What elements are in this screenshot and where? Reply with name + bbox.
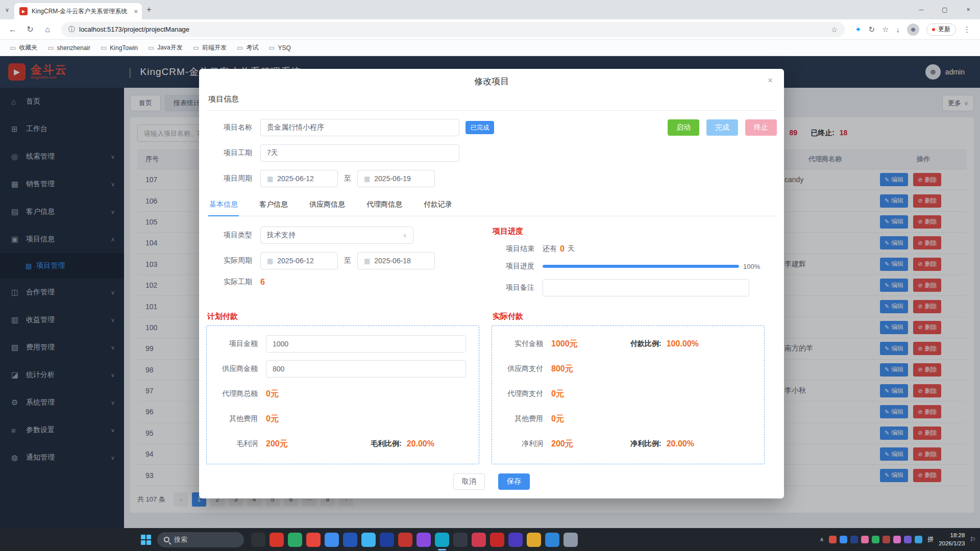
taskbar-app-icon[interactable] xyxy=(508,533,523,547)
tab-list-chevron-icon[interactable]: ∨ xyxy=(0,7,14,13)
terminate-project-button[interactable]: 终止 xyxy=(745,119,777,136)
project-duration-input[interactable] xyxy=(260,144,459,162)
new-tab-button[interactable]: + xyxy=(142,5,156,14)
supplier-amount-input[interactable] xyxy=(266,360,466,378)
taskbar-app-icon[interactable] xyxy=(527,533,541,547)
project-name-input[interactable] xyxy=(260,119,459,136)
modal-tab[interactable]: 代理商信息 xyxy=(365,195,403,216)
planned-payment-title: 计划付款 xyxy=(206,312,479,321)
bookmark-item[interactable]: ▭ 收藏夹 xyxy=(5,41,42,54)
days-prefix: 还有 xyxy=(543,244,557,254)
tray-app-icon[interactable] xyxy=(840,536,847,543)
bookmark-item[interactable]: ▭ YSQ xyxy=(264,42,296,54)
site-info-icon[interactable]: ⓘ xyxy=(68,25,75,34)
taskbar-apps xyxy=(251,533,578,547)
taskbar-app-icon[interactable] xyxy=(435,533,449,547)
taskbar-app-icon[interactable] xyxy=(270,533,284,547)
browser-tab-title: KingCRM-金斗云客户关系管理系统 xyxy=(32,7,130,16)
tray-app-icon[interactable] xyxy=(872,536,879,543)
days-suffix: 天 xyxy=(568,244,575,254)
crm-app: ▶ 金斗云 kingtowin.com ｜ KingCRM-金斗云客户关系管理系… xyxy=(0,56,980,528)
downloads-icon[interactable]: ↓ xyxy=(896,25,900,34)
taskbar-app-icon[interactable] xyxy=(564,533,578,547)
agent-total-value: 0元 xyxy=(266,389,279,399)
notification-icon[interactable]: ⚐ xyxy=(970,536,976,543)
tray-app-icon[interactable] xyxy=(883,536,890,543)
modal-tab[interactable]: 客户信息 xyxy=(258,195,289,216)
agent-paid-value: 0元 xyxy=(551,389,564,399)
remark-input[interactable] xyxy=(543,279,749,296)
project-type-select[interactable]: 技术支持 ∨ xyxy=(260,227,413,244)
actual-start-date-input[interactable]: ▦ 2025-06-12 xyxy=(260,252,338,269)
browser-profile-avatar[interactable]: ☻ xyxy=(907,23,919,36)
taskbar-app-icon[interactable] xyxy=(472,533,486,547)
browser-update-button[interactable]: 更新 xyxy=(926,23,956,36)
net-profit-row: 净利润 200元 净利比例: 20.00% xyxy=(492,435,764,453)
start-project-button[interactable]: 启动 xyxy=(668,119,699,136)
tab-close-icon[interactable]: × xyxy=(134,8,138,15)
period-start-date-input[interactable]: ▦ 2025-06-12 xyxy=(260,170,338,187)
browser-home-icon[interactable]: ⌂ xyxy=(40,25,55,34)
refresh-icon[interactable]: ↻ xyxy=(22,24,38,34)
save-button[interactable]: 保存 xyxy=(498,473,530,490)
taskbar-app-icon[interactable] xyxy=(325,533,339,547)
taskbar-clock[interactable]: 18:28 2026/1/23 xyxy=(939,532,965,547)
browser-toolbar: ← ↻ ⌂ ⓘ localhost:5173/project/projectMa… xyxy=(0,19,980,40)
modal-tab[interactable]: 基本信息 xyxy=(208,195,239,216)
window-close-button[interactable]: × xyxy=(957,0,980,19)
actual-period-row: 实际周期 ▦ 2025-06-12 至 ▦ 2025-06-18 xyxy=(206,252,484,269)
modal-tab[interactable]: 付款记录 xyxy=(423,195,453,216)
chevron-down-icon: ∨ xyxy=(403,232,407,239)
favorites-icon[interactable]: ☆ xyxy=(882,25,889,34)
project-amount-input[interactable] xyxy=(266,335,466,353)
window-minimize-button[interactable]: ─ xyxy=(910,0,933,19)
taskbar-app-icon[interactable] xyxy=(453,533,468,547)
taskbar-app-icon[interactable] xyxy=(490,533,504,547)
tray-chevron-icon[interactable]: ∧ xyxy=(820,536,824,543)
taskbar-app-icon[interactable] xyxy=(545,533,559,547)
supplier-paid-row: 供应商支付 800元 xyxy=(492,360,764,378)
close-icon[interactable]: × xyxy=(768,76,773,86)
start-button[interactable] xyxy=(141,535,151,545)
browser-tab[interactable]: ▶ KingCRM-金斗云客户关系管理系统 × xyxy=(14,3,142,19)
favorite-star-icon[interactable]: ☆ xyxy=(831,26,838,34)
ime-indicator[interactable]: 拼 xyxy=(927,535,934,544)
tray-app-icon[interactable] xyxy=(861,536,869,543)
cancel-button[interactable]: 取消 xyxy=(453,473,485,490)
taskbar-app-icon[interactable] xyxy=(306,533,321,547)
bookmark-item[interactable]: ▭ Java开发 xyxy=(143,41,187,54)
project-progress-row: 项目进度 100% xyxy=(492,262,777,271)
update-dot-icon xyxy=(932,28,935,31)
finish-project-button[interactable]: 完成 xyxy=(706,119,738,136)
bookmark-item[interactable]: ▭ 前端开发 xyxy=(188,41,231,54)
period-end-date-input[interactable]: ▦ 2025-06-19 xyxy=(357,170,435,187)
taskbar-app-icon[interactable] xyxy=(398,533,412,547)
taskbar-app-icon[interactable] xyxy=(361,533,376,547)
browser-menu-icon[interactable]: ⋮ xyxy=(963,25,971,34)
tray-app-icon[interactable] xyxy=(915,536,922,543)
tray-app-icon[interactable] xyxy=(893,536,901,543)
gross-profit-row: 毛利润 200元 毛利比例: 20.00% xyxy=(207,435,479,453)
taskbar-app-icon[interactable] xyxy=(380,533,394,547)
taskbar-app-icon[interactable] xyxy=(416,533,431,547)
extension-icon[interactable]: ✦ xyxy=(855,25,862,34)
sync-icon[interactable]: ↻ xyxy=(868,25,875,34)
tray-app-icon[interactable] xyxy=(850,536,858,543)
taskbar-app-icon[interactable] xyxy=(251,533,265,547)
project-duration-row: 项目工期 xyxy=(206,144,777,162)
modal-tab[interactable]: 供应商信息 xyxy=(308,195,346,216)
bookmark-item[interactable]: ▭ shenzhenair xyxy=(43,42,95,54)
address-bar[interactable]: ⓘ localhost:5173/project/projectManage ☆ xyxy=(61,22,845,37)
taskbar-search[interactable]: 搜索 xyxy=(157,532,244,547)
tray-app-icon[interactable] xyxy=(904,536,912,543)
folder-icon: ▭ xyxy=(148,44,154,52)
taskbar-app-icon[interactable] xyxy=(288,533,302,547)
actual-end-date-input[interactable]: ▦ 2025-06-18 xyxy=(357,252,435,269)
tray-app-icon[interactable] xyxy=(829,536,837,543)
back-icon[interactable]: ← xyxy=(5,25,20,34)
window-maximize-button[interactable]: ▢ xyxy=(933,0,957,19)
bookmark-label: shenzhenair xyxy=(57,44,90,52)
taskbar-app-icon[interactable] xyxy=(343,533,357,547)
bookmark-item[interactable]: ▭ KingTowin xyxy=(96,42,142,54)
bookmark-item[interactable]: ▭ 考试 xyxy=(232,41,263,54)
